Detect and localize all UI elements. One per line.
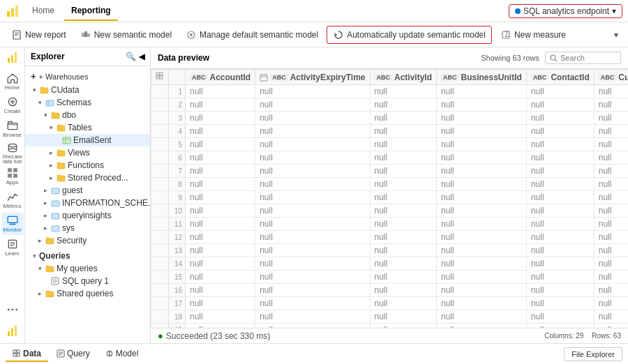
row-grid-cell [151, 218, 169, 231]
tree-sys[interactable]: ▸ sys [25, 222, 150, 234]
infosschema-icon [50, 198, 60, 208]
table-row: 8nullnullnullnullnullnull [151, 178, 629, 191]
table-cell: null [526, 257, 594, 271]
table-cell: null [370, 151, 437, 165]
col-header-activityid[interactable]: ABCActivityId [370, 70, 437, 85]
tree-guest[interactable]: ▸ guest [25, 184, 150, 197]
col-header-rownum [169, 70, 186, 85]
nav-datahub-label: OneLake data hub [1, 154, 24, 164]
table-row: 3nullnullnullnullnullnull [151, 112, 629, 125]
warehouses-label: + Warehouses [39, 73, 89, 81]
queryinsights-label: queryinsights [62, 211, 112, 220]
collapse-icon[interactable]: ◀ [139, 52, 144, 61]
tree-schemas[interactable]: ▾ Schemas [25, 96, 150, 109]
table-cell: null [437, 231, 527, 244]
tree-queryinsights[interactable]: ▸ queryinsights [25, 209, 150, 222]
col-header-businessunit[interactable]: ABCBusinessUnitId [437, 70, 527, 85]
sql-endpoint-button[interactable]: SQL analytics endpoint ▾ [509, 4, 622, 18]
tree-sqlquery1[interactable]: ▸ SQL query 1 [25, 275, 150, 287]
tab-home[interactable]: Home [25, 1, 61, 21]
search-icon[interactable]: 🔍 [126, 52, 136, 61]
tree-storedprocs[interactable]: ▸ Stored Proced... [25, 172, 150, 184]
table-cell: null [255, 85, 370, 98]
tree-emailsent[interactable]: ▸ EmailSent [25, 134, 150, 146]
row-grid-cell [151, 165, 169, 178]
tab-model[interactable]: Model [98, 347, 146, 362]
folder-icon [39, 85, 49, 95]
table-cell: null [186, 204, 255, 218]
tab-data[interactable]: Data [6, 347, 48, 362]
nav-data-hub[interactable]: OneLake data hub [1, 142, 24, 164]
table-cell: null [186, 165, 255, 178]
tree-functions[interactable]: ▸ Functions [25, 159, 150, 172]
search-box[interactable] [545, 52, 621, 64]
views-label: Views [68, 148, 90, 158]
table-row: 16nullnullnullnullnullnull [151, 284, 629, 297]
tree-tables[interactable]: ▾ Tables [25, 121, 150, 134]
manage-default-button[interactable]: Manage default semantic model [180, 26, 324, 43]
nav-create[interactable]: Create [1, 94, 24, 116]
table-cell: null [594, 125, 628, 138]
table-cell: null [186, 218, 255, 231]
table-cell: null [526, 297, 594, 310]
security-label: Security [57, 236, 87, 245]
explorer-content: + + Warehouses ▾ CUdata ▾ Schemas [25, 66, 150, 343]
nav-home-label: Home [5, 84, 20, 91]
table-cell: null [186, 231, 255, 244]
row-grid-cell [151, 271, 169, 284]
tree-myqueries[interactable]: ▾ My queries [25, 262, 150, 275]
svg-rect-20 [8, 123, 17, 130]
table-cell: null [526, 310, 594, 324]
svg-rect-56 [156, 73, 159, 75]
table-row: 9nullnullnullnullnullnull [151, 191, 629, 204]
add-warehouse-button[interactable]: + + Warehouses [25, 69, 150, 84]
svg-rect-23 [8, 168, 12, 172]
svg-rect-67 [17, 354, 20, 356]
nav-learn[interactable]: Learn [1, 236, 24, 259]
info-schema-label: INFORMATION_SCHE... [62, 198, 150, 208]
table-cell: null [526, 165, 594, 178]
col-header-activityexpiry[interactable]: ABCActivityExpiryTime [255, 70, 370, 85]
nav-apps[interactable]: Apps [1, 165, 24, 188]
tree-security[interactable]: ▸ Security [25, 234, 150, 247]
col-header-accountid[interactable]: ABCAccountId [186, 70, 255, 85]
auto-update-button[interactable]: Automatically update semantic model [327, 26, 492, 44]
col-header-contactid[interactable]: ABCContactId [526, 70, 594, 85]
guest-label: guest [62, 185, 82, 195]
tree-queries[interactable]: ▾ Queries [25, 250, 150, 262]
nav-browse[interactable]: Browse [1, 118, 24, 140]
new-report-button[interactable]: New report [6, 26, 72, 43]
tree-cudata[interactable]: ▾ CUdata [25, 84, 150, 96]
ribbon: New report New semantic model Manage def… [0, 22, 628, 47]
table-cell: null [437, 218, 527, 231]
file-explorer-button[interactable]: File Explorer [564, 347, 622, 361]
tab-query[interactable]: Query [50, 347, 97, 362]
tree-views[interactable]: ▸ Views [25, 146, 150, 159]
chevron-down-icon: ▾ [31, 86, 38, 93]
tab-reporting[interactable]: Reporting [64, 1, 118, 21]
table-cell: null [594, 151, 628, 165]
table-cell: null [186, 85, 255, 98]
manage-default-icon [186, 29, 197, 40]
nav-more[interactable] [1, 298, 24, 321]
chevron-right-icon: ▸ [47, 174, 54, 181]
nav-monitor[interactable]: Monitor [1, 213, 24, 235]
new-measure-button[interactable]: Σ New measure [495, 26, 571, 43]
nav-metrics[interactable]: Metrics [1, 189, 24, 211]
search-input[interactable] [560, 54, 616, 62]
table-cell: null [437, 98, 527, 112]
table-cell: null [255, 257, 370, 271]
nav-home[interactable]: Home [1, 70, 24, 93]
table-cell: null [370, 138, 437, 151]
powerbi-bottom-logo[interactable] [1, 321, 24, 340]
row-number: 3 [169, 112, 186, 125]
tree-sharedqueries[interactable]: ▸ Shared queries [25, 287, 150, 300]
ribbon-expand-button[interactable]: ▾ [610, 27, 622, 43]
tree-info-schema[interactable]: ▸ INFORMATION_SCHE... [25, 197, 150, 209]
tree-dbo[interactable]: ▾ dbo [25, 109, 150, 121]
schemas-label: Schemas [57, 98, 91, 107]
new-semantic-button[interactable]: New semantic model [75, 26, 177, 43]
chevron-down-icon: ▾ [31, 252, 38, 259]
schemas-icon [45, 98, 54, 107]
col-header-customerjourneyid[interactable]: ABCCustomerJourneyId [594, 70, 628, 85]
